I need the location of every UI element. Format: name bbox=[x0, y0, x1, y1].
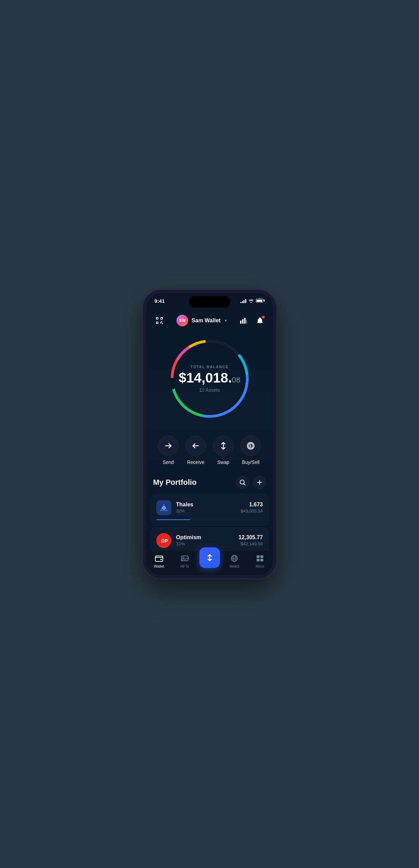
thales-name: Thales bbox=[176, 502, 236, 508]
receive-label: Receive bbox=[187, 459, 205, 465]
svg-text:OP: OP bbox=[161, 538, 168, 544]
status-icons bbox=[240, 298, 265, 303]
wallet-icon bbox=[155, 554, 163, 563]
balance-display: TOTAL BALANCE $14,018.08 12 Assets bbox=[179, 365, 240, 393]
more-icon bbox=[256, 554, 264, 563]
buysell-label: Buy/Sell bbox=[242, 459, 260, 465]
optimism-name: Optimism bbox=[176, 534, 234, 541]
more-nav-label: More bbox=[256, 564, 264, 568]
svg-line-26 bbox=[244, 484, 245, 485]
thales-values: 1.673 $43,003.34 bbox=[240, 502, 263, 514]
svg-rect-47 bbox=[260, 559, 263, 561]
send-label: Send bbox=[162, 459, 174, 465]
profile-button[interactable]: SW Sam Wallet ▾ bbox=[176, 315, 227, 326]
balance-section: TOTAL BALANCE $14,018.08 12 Assets bbox=[146, 331, 273, 430]
screen: 9:41 bbox=[146, 293, 273, 575]
thales-progress-track bbox=[156, 519, 263, 520]
svg-point-31 bbox=[163, 507, 164, 508]
send-action: Send bbox=[158, 436, 179, 465]
svg-rect-2 bbox=[156, 322, 158, 324]
asset-row: Thales 32% 1.673 $43,003.34 bbox=[156, 500, 263, 515]
receive-action: Receive bbox=[185, 436, 206, 465]
nfts-icon bbox=[180, 554, 189, 563]
optimism-amount: 12,305.77 bbox=[238, 534, 263, 541]
battery-icon bbox=[256, 299, 265, 302]
svg-point-35 bbox=[160, 559, 162, 560]
svg-rect-10 bbox=[246, 320, 247, 324]
chevron-down-icon: ▾ bbox=[225, 318, 227, 323]
wallet-nav-label: Wallet bbox=[154, 564, 164, 568]
portfolio-action-buttons bbox=[236, 476, 266, 489]
thales-usd: $43,003.34 bbox=[240, 508, 263, 514]
balance-cents: 08 bbox=[232, 376, 240, 384]
swap-button[interactable] bbox=[213, 436, 234, 456]
action-buttons: Send Receive bbox=[146, 430, 273, 473]
web3-nav-label: Web3 bbox=[230, 564, 239, 568]
buysell-action: $ Buy/Sell bbox=[240, 436, 261, 465]
bottom-nav: Wallet NFTs bbox=[146, 551, 273, 575]
svg-rect-44 bbox=[257, 555, 260, 558]
thales-amount: 1.673 bbox=[240, 502, 263, 508]
svg-rect-9 bbox=[244, 318, 246, 324]
optimism-info: Optimism 31% bbox=[176, 534, 234, 546]
thales-icon bbox=[156, 500, 171, 515]
svg-rect-46 bbox=[257, 559, 260, 561]
balance-amount: $14,018.08 bbox=[179, 371, 240, 385]
avatar: SW bbox=[176, 315, 188, 326]
nav-more[interactable]: More bbox=[247, 554, 273, 568]
center-action-button[interactable] bbox=[199, 547, 220, 568]
receive-button[interactable] bbox=[185, 436, 206, 456]
svg-point-25 bbox=[240, 480, 244, 484]
svg-rect-8 bbox=[242, 319, 244, 324]
asset-card-thales[interactable]: Thales 32% 1.673 $43,003.34 bbox=[150, 494, 269, 526]
phone-frame: 9:41 bbox=[143, 290, 276, 579]
thales-progress-bar bbox=[156, 519, 191, 520]
send-button[interactable] bbox=[158, 436, 179, 456]
portfolio-title: My Portfolio bbox=[153, 478, 197, 487]
asset-row: OP Optimism 31% 12,305.77 $42,149.56 bbox=[156, 533, 263, 548]
wifi-icon bbox=[248, 299, 254, 303]
web3-icon bbox=[230, 554, 239, 563]
svg-rect-7 bbox=[240, 321, 241, 324]
svg-rect-34 bbox=[155, 556, 163, 561]
swap-label: Swap bbox=[217, 459, 229, 465]
balance-assets: 12 Assets bbox=[179, 387, 240, 393]
balance-ring: TOTAL BALANCE $14,018.08 12 Assets bbox=[165, 334, 254, 423]
asset-list: Thales 32% 1.673 $43,003.34 bbox=[146, 494, 273, 554]
buysell-button[interactable]: $ bbox=[240, 436, 261, 456]
thales-info: Thales 32% bbox=[176, 502, 236, 514]
swap-action: Swap bbox=[213, 436, 234, 465]
svg-text:$: $ bbox=[249, 444, 251, 448]
svg-rect-45 bbox=[260, 555, 263, 558]
optimism-pct: 31% bbox=[176, 541, 234, 546]
svg-rect-1 bbox=[161, 318, 162, 319]
analytics-button[interactable] bbox=[238, 315, 249, 326]
optimism-usd: $42,149.56 bbox=[238, 541, 263, 546]
dynamic-island bbox=[189, 296, 230, 308]
nav-nfts[interactable]: NFTs bbox=[172, 554, 198, 568]
svg-rect-0 bbox=[156, 318, 158, 319]
header-right-buttons bbox=[238, 315, 266, 326]
app-header: SW Sam Wallet ▾ bbox=[146, 312, 273, 331]
nav-web3[interactable]: Web3 bbox=[222, 554, 247, 568]
nav-wallet[interactable]: Wallet bbox=[146, 554, 172, 568]
profile-name: Sam Wallet bbox=[192, 318, 221, 324]
notification-badge bbox=[262, 315, 265, 319]
portfolio-search-button[interactable] bbox=[236, 476, 249, 489]
optimism-values: 12,305.77 $42,149.56 bbox=[238, 534, 263, 546]
optimism-icon: OP bbox=[156, 533, 171, 548]
nfts-nav-label: NFTs bbox=[180, 564, 189, 568]
scan-button[interactable] bbox=[153, 314, 166, 327]
nav-center[interactable] bbox=[198, 554, 222, 568]
portfolio-header: My Portfolio bbox=[146, 473, 273, 494]
notifications-button[interactable] bbox=[254, 315, 266, 326]
balance-label: TOTAL BALANCE bbox=[179, 365, 240, 369]
thales-pct: 32% bbox=[176, 508, 236, 514]
portfolio-add-button[interactable] bbox=[253, 476, 266, 489]
signal-icon bbox=[240, 298, 246, 303]
